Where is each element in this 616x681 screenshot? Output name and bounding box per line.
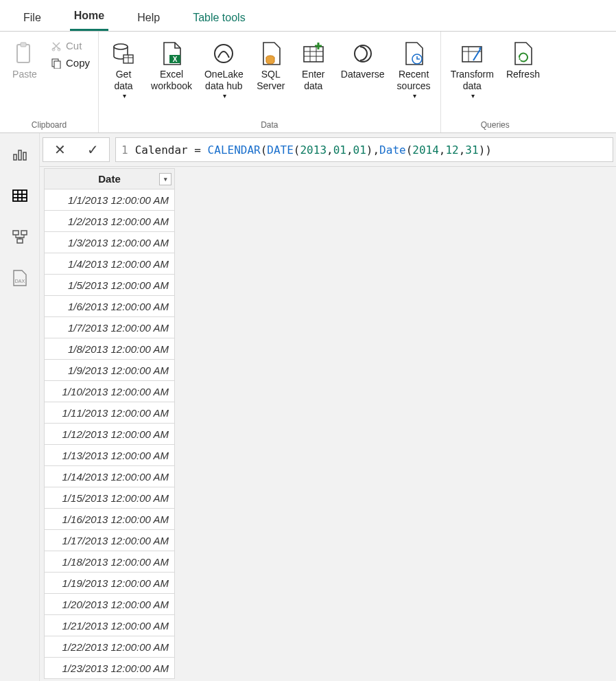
formula-cancel-button[interactable]: ✕ <box>43 141 76 158</box>
get-data-button[interactable]: Get data▾ <box>104 36 143 103</box>
chevron-down-icon: ▾ <box>123 92 126 100</box>
paste-icon <box>14 38 35 69</box>
tab-table-tools[interactable]: Table tools <box>189 5 250 31</box>
table-row[interactable]: 1/5/2013 12:00:00 AM <box>45 275 175 296</box>
table-row[interactable]: 1/10/2013 12:00:00 AM <box>45 381 175 402</box>
group-label-queries: Queries <box>481 119 510 131</box>
excel-workbook-button[interactable]: X Excel workbook <box>147 36 196 95</box>
table-row[interactable]: 1/18/2013 12:00:00 AM <box>45 551 175 573</box>
get-data-label: Get data <box>114 69 132 92</box>
ribbon-group-clipboard: Paste Cut Copy Clipboard <box>0 32 99 132</box>
dataverse-button[interactable]: Dataverse <box>337 36 389 83</box>
onelake-button[interactable]: OneLake data hub▾ <box>200 36 248 103</box>
svg-rect-1 <box>21 43 26 47</box>
cell-date: 1/17/2013 12:00:00 AM <box>45 530 175 551</box>
cell-date: 1/2/2013 12:00:00 AM <box>45 211 175 232</box>
cut-button[interactable]: Cut <box>48 38 93 53</box>
formula-input[interactable]: 1Calendar = CALENDAR(DATE(2013,01,01),Da… <box>115 137 613 162</box>
paste-label: Paste <box>12 69 37 80</box>
formula-commit-button[interactable]: ✓ <box>76 141 109 158</box>
formula-line-number: 1 <box>121 143 128 157</box>
cell-date: 1/7/2013 12:00:00 AM <box>45 317 175 338</box>
group-label-clipboard: Clipboard <box>32 119 67 131</box>
cell-date: 1/23/2013 12:00:00 AM <box>45 658 175 679</box>
svg-rect-24 <box>19 150 21 160</box>
svg-rect-25 <box>23 152 26 160</box>
table-row[interactable]: 1/20/2013 12:00:00 AM <box>45 594 175 615</box>
table-row[interactable]: 1/12/2013 12:00:00 AM <box>45 424 175 445</box>
table-row[interactable]: 1/14/2013 12:00:00 AM <box>45 466 175 487</box>
cell-date: 1/8/2013 12:00:00 AM <box>45 338 175 360</box>
cell-date: 1/3/2013 12:00:00 AM <box>45 232 175 253</box>
table-row[interactable]: 1/11/2013 12:00:00 AM <box>45 402 175 424</box>
copy-icon <box>51 58 62 69</box>
left-nav: DAX <box>0 133 40 681</box>
cell-date: 1/14/2013 12:00:00 AM <box>45 466 175 487</box>
content-area: DAX ✕ ✓ 1Calendar = CALENDAR(DATE(2013,0… <box>0 133 616 681</box>
cell-date: 1/20/2013 12:00:00 AM <box>45 594 175 615</box>
table-row[interactable]: 1/8/2013 12:00:00 AM <box>45 338 175 360</box>
svg-text:X: X <box>173 56 178 63</box>
table-row[interactable]: 1/7/2013 12:00:00 AM <box>45 317 175 338</box>
table-row[interactable]: 1/2/2013 12:00:00 AM <box>45 211 175 232</box>
table-row[interactable]: 1/15/2013 12:00:00 AM <box>45 487 175 509</box>
formula-bar: ✕ ✓ 1Calendar = CALENDAR(DATE(2013,01,01… <box>40 133 616 167</box>
cell-date: 1/4/2013 12:00:00 AM <box>45 253 175 275</box>
chevron-down-icon: ▾ <box>164 176 167 183</box>
nav-data-view[interactable] <box>10 185 30 206</box>
cell-date: 1/10/2013 12:00:00 AM <box>45 381 175 402</box>
svg-point-12 <box>215 45 233 62</box>
svg-rect-32 <box>21 231 27 235</box>
cell-date: 1/1/2013 12:00:00 AM <box>45 189 175 211</box>
nav-report-view[interactable] <box>10 144 30 165</box>
cell-date: 1/21/2013 12:00:00 AM <box>45 615 175 636</box>
table-row[interactable]: 1/19/2013 12:00:00 AM <box>45 573 175 594</box>
table-row[interactable]: 1/9/2013 12:00:00 AM <box>45 360 175 381</box>
cell-date: 1/5/2013 12:00:00 AM <box>45 275 175 296</box>
refresh-button[interactable]: Refresh <box>502 36 544 83</box>
dax-icon: DAX <box>11 269 29 287</box>
excel-icon: X <box>160 38 183 69</box>
cell-date: 1/16/2013 12:00:00 AM <box>45 509 175 530</box>
nav-model-view[interactable] <box>10 227 30 247</box>
paste-button[interactable]: Paste <box>5 36 44 83</box>
table-row[interactable]: 1/3/2013 12:00:00 AM <box>45 232 175 253</box>
svg-rect-33 <box>17 239 23 243</box>
enter-data-icon <box>301 38 326 69</box>
table-row[interactable]: 1/1/2013 12:00:00 AM <box>45 189 175 211</box>
column-filter-button[interactable]: ▾ <box>159 173 171 185</box>
sql-server-button[interactable]: SQL Server <box>252 36 290 95</box>
table-row[interactable]: 1/22/2013 12:00:00 AM <box>45 636 175 658</box>
transform-data-button[interactable]: Transform data▾ <box>447 36 498 103</box>
cut-icon <box>51 41 62 51</box>
onelake-icon <box>211 38 236 69</box>
tab-file[interactable]: File <box>19 5 45 31</box>
copy-button[interactable]: Copy <box>48 56 93 70</box>
table-row[interactable]: 1/21/2013 12:00:00 AM <box>45 615 175 636</box>
close-icon: ✕ <box>54 141 66 158</box>
svg-rect-0 <box>17 45 29 62</box>
enter-data-button[interactable]: Enter data <box>294 36 333 95</box>
tab-home[interactable]: Home <box>70 3 108 31</box>
table-row[interactable]: 1/4/2013 12:00:00 AM <box>45 253 175 275</box>
svg-rect-23 <box>14 154 16 160</box>
recent-sources-button[interactable]: Recent sources▾ <box>393 36 435 103</box>
table-row[interactable]: 1/13/2013 12:00:00 AM <box>45 445 175 466</box>
copy-label: Copy <box>66 57 90 69</box>
svg-rect-5 <box>54 61 60 69</box>
nav-dax-view[interactable]: DAX <box>10 268 30 288</box>
cell-date: 1/19/2013 12:00:00 AM <box>45 573 175 594</box>
svg-text:DAX: DAX <box>14 279 25 284</box>
onelake-label: OneLake data hub <box>204 69 244 92</box>
tab-help[interactable]: Help <box>133 5 164 31</box>
table-row[interactable]: 1/17/2013 12:00:00 AM <box>45 530 175 551</box>
table-row[interactable]: 1/16/2013 12:00:00 AM <box>45 509 175 530</box>
table-row[interactable]: 1/6/2013 12:00:00 AM <box>45 296 175 317</box>
table-row[interactable]: 1/23/2013 12:00:00 AM <box>45 658 175 679</box>
svg-rect-31 <box>13 231 19 235</box>
cell-date: 1/15/2013 12:00:00 AM <box>45 487 175 509</box>
recent-sources-icon <box>402 38 425 69</box>
column-header-date[interactable]: Date ▾ <box>45 169 175 189</box>
table-icon <box>12 187 28 204</box>
bar-chart-icon <box>12 146 28 163</box>
